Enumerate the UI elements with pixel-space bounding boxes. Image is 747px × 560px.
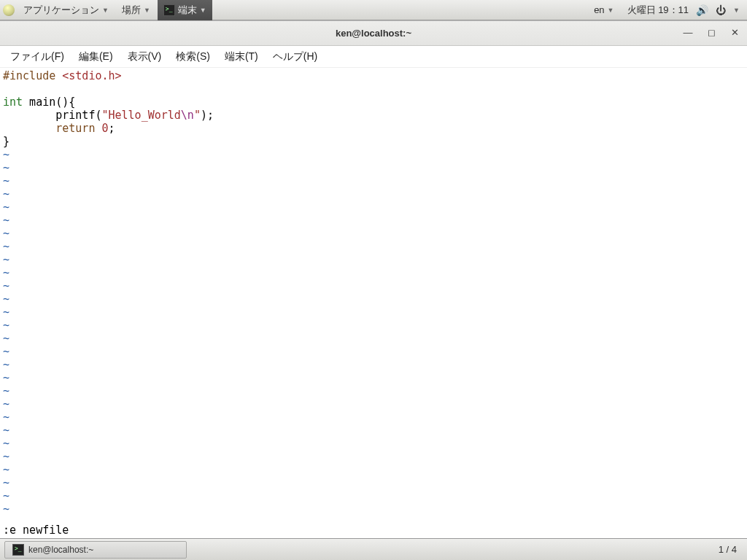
workspace-indicator: 1 / 4	[719, 544, 737, 555]
escape: \n	[181, 109, 194, 122]
terminal-icon	[163, 4, 175, 16]
vim-editor-area[interactable]: #include <stdio.h> int main(){ printf("H…	[0, 68, 747, 538]
preproc: #include	[3, 69, 55, 82]
taskbar-button-terminal[interactable]: ken@localhost:~	[4, 541, 187, 559]
close-button[interactable]: ✕	[728, 26, 741, 39]
vim-command-line[interactable]: :e newfile	[3, 524, 744, 538]
menu-view[interactable]: 表示(V)	[122, 47, 168, 66]
window-title: ken@localhost:~	[336, 28, 411, 39]
input-language-indicator[interactable]: en ▼	[588, 0, 619, 20]
type-kw: int	[3, 96, 23, 109]
terminal-window: ken@localhost:~ — ◻ ✕ ファイル(F) 編集(E) 表示(V…	[0, 20, 747, 538]
menu-search[interactable]: 検索(S)	[170, 47, 216, 66]
clock-label: 火曜日 19：11	[627, 4, 689, 17]
gnome-top-panel: アプリケーション ▼ 場所 ▼ 端末 ▼ en ▼ 火曜日 19：11 🔊 ⏻ …	[0, 0, 747, 20]
terminal-icon	[12, 544, 24, 556]
string-end: "	[194, 109, 201, 122]
terminal-menubar: ファイル(F) 編集(E) 表示(V) 検索(S) 端末(T) ヘルプ(H)	[0, 46, 747, 68]
brace: }	[3, 135, 9, 148]
maximize-button[interactable]: ◻	[705, 26, 718, 39]
workspace-pager[interactable]: 1 / 4	[719, 544, 743, 555]
minimize-button[interactable]: —	[681, 26, 694, 39]
window-controls: — ◻ ✕	[681, 26, 741, 39]
volume-icon[interactable]: 🔊	[696, 4, 708, 16]
power-icon[interactable]: ⏻	[716, 4, 726, 16]
menu-help[interactable]: ヘルプ(H)	[267, 47, 323, 66]
chevron-down-icon: ▼	[102, 7, 109, 14]
number: 0	[101, 122, 108, 135]
chevron-down-icon: ▼	[144, 7, 150, 14]
applications-menu[interactable]: アプリケーション ▼	[18, 0, 115, 20]
chevron-down-icon: ▼	[733, 7, 740, 14]
menu-file[interactable]: ファイル(F)	[4, 47, 70, 66]
code-content: #include <stdio.h> int main(){ printf("H…	[3, 69, 744, 148]
indent	[3, 122, 55, 135]
gnome-logo-icon	[3, 4, 15, 16]
places-menu[interactable]: 場所 ▼	[116, 0, 156, 20]
vim-tilde-area: ~~~~~~~~~~~~~~~~~~~~~~~~~~~~	[3, 148, 744, 524]
lang-label: en	[594, 4, 604, 15]
task-label: ken@localhost:~	[28, 545, 93, 555]
applications-label: アプリケーション	[23, 4, 99, 17]
active-app-label: 端末	[178, 4, 197, 17]
places-label: 場所	[122, 4, 141, 17]
active-app-menu[interactable]: 端末 ▼	[158, 0, 212, 20]
string: "Hello_World	[101, 109, 180, 122]
window-titlebar[interactable]: ken@localhost:~ — ◻ ✕	[0, 21, 747, 46]
paren: );	[201, 109, 214, 122]
chevron-down-icon: ▼	[200, 7, 206, 14]
gnome-bottom-panel: ken@localhost:~ 1 / 4	[0, 538, 747, 560]
chevron-down-icon: ▼	[608, 7, 614, 14]
return-kw: return	[55, 122, 95, 135]
header: <stdio.h>	[62, 69, 121, 82]
indent: printf(	[3, 109, 101, 122]
func-decl: main(){	[23, 96, 75, 109]
menu-terminal[interactable]: 端末(T)	[219, 47, 264, 66]
menu-edit[interactable]: 編集(E)	[73, 47, 119, 66]
